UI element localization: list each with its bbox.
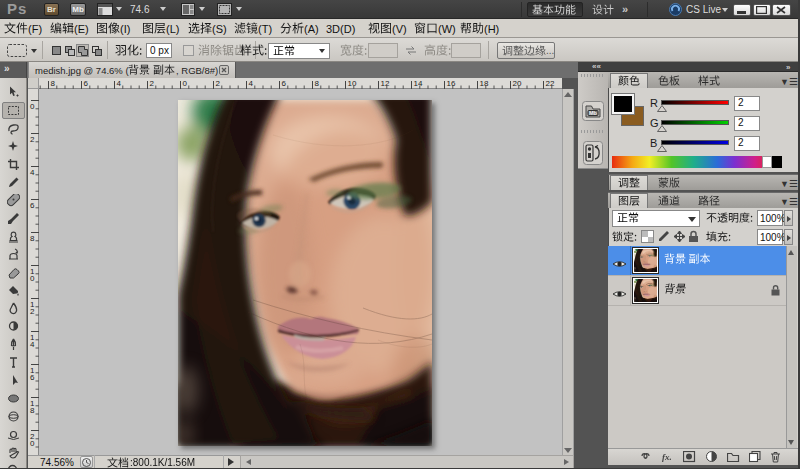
- svg-text:0: 0: [183, 79, 188, 88]
- svg-text:12: 12: [381, 79, 390, 88]
- svg-text:6: 6: [84, 79, 89, 88]
- svg-text:14: 14: [414, 79, 423, 88]
- svg-text:4: 4: [249, 79, 254, 88]
- svg-text:22: 22: [546, 79, 555, 88]
- svg-text:6: 6: [282, 79, 287, 88]
- svg-text:16: 16: [447, 79, 456, 88]
- svg-text:4: 4: [117, 79, 122, 88]
- svg-text:4: 4: [30, 340, 35, 349]
- svg-text:8: 8: [30, 406, 35, 415]
- svg-text:4: 4: [30, 168, 35, 177]
- svg-text:2: 2: [30, 135, 35, 144]
- svg-text:20: 20: [513, 79, 522, 88]
- svg-text:2: 2: [216, 79, 221, 88]
- svg-text:2: 2: [30, 307, 35, 316]
- svg-text:6: 6: [30, 373, 35, 382]
- svg-text:8: 8: [30, 234, 35, 243]
- svg-text:0: 0: [30, 439, 35, 448]
- svg-text:Mb: Mb: [589, 110, 598, 116]
- svg-text:18: 18: [480, 79, 489, 88]
- svg-text:fx.: fx.: [662, 452, 672, 462]
- svg-text:2: 2: [150, 79, 155, 88]
- svg-text:6: 6: [30, 201, 35, 210]
- svg-text:10: 10: [348, 79, 357, 88]
- svg-text:8: 8: [51, 79, 56, 88]
- svg-text:0: 0: [30, 274, 35, 283]
- svg-text:8: 8: [315, 79, 320, 88]
- svg-text:0: 0: [30, 102, 35, 111]
